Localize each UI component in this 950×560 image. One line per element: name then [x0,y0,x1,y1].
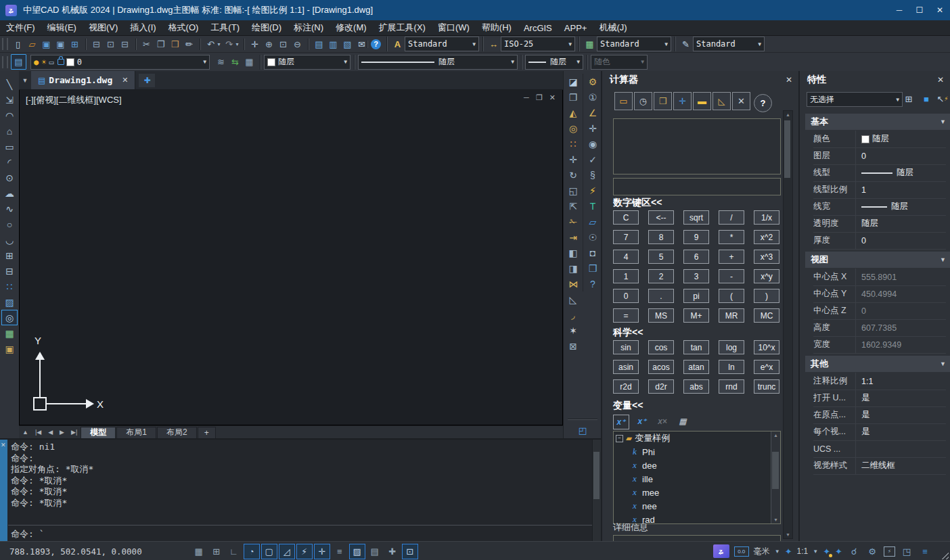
plot-icon[interactable]: ⊟ [118,37,132,51]
property-row[interactable]: 打开 U... 是 [813,390,946,407]
calc-key-button[interactable]: 9 [683,230,709,244]
model-canvas[interactable]: [-][俯视][二维线框][WCS] ─ ❐ ✕ Y X [19,90,563,425]
variable-item[interactable]: x dee [614,459,780,472]
bring-to-front-icon[interactable]: ◰ [576,423,590,438]
balloon-icon[interactable]: ☉ [585,229,601,245]
property-row[interactable]: UCS ... [813,440,946,458]
annotation-autoscale-icon[interactable]: ✦ [835,546,842,557]
extend-icon[interactable]: ⇥ [565,229,581,245]
property-row[interactable]: 中心点 Y 450.4994 [813,285,946,303]
calc-key-button[interactable]: x^y [754,269,779,283]
fullscreen-icon[interactable]: ◳ [900,544,913,558]
dim-style-combo[interactable]: ISO-25▼ [501,37,575,51]
layer-states-icon[interactable]: ⇆ [228,55,242,69]
property-row[interactable]: 高度 607.7385 [813,319,946,337]
tab-list-dropdown-icon[interactable]: ▼ [19,77,31,84]
array-icon[interactable]: ∷ [565,136,581,151]
property-row[interactable]: 注释比例 1:1 [813,373,946,390]
science-key-button[interactable]: d2r [648,379,674,394]
scrollbar-thumb[interactable] [593,452,600,499]
annotation-scale-icon[interactable]: ✦ [785,546,792,557]
insert-block-icon[interactable]: ⊞ [1,248,18,263]
new-variable-icon[interactable]: x⁺ [613,415,629,429]
calculator-scrollbar[interactable]: ▴ ▾ [783,110,793,539]
annotation-scale-value[interactable]: 1:1 [797,546,809,556]
calc-key-button[interactable]: . [648,289,674,303]
tab-close-icon[interactable]: ✕ [122,76,128,85]
scroll-down-icon[interactable]: ▾ [771,517,780,523]
toggle-pickadd-icon[interactable]: ■ [919,91,934,106]
science-section-label[interactable]: 科学<< [613,327,643,339]
paste-icon[interactable]: ❒ [168,37,182,51]
annotation-monitor-icon[interactable]: ⊡ [402,544,418,559]
table-icon[interactable]: ▦ [1,325,18,341]
annotation-visibility-icon[interactable]: ✦ [823,546,830,557]
layout-nav-icon[interactable]: |◀ [32,429,45,436]
command-close-icon[interactable]: ✕ [1,442,6,448]
selection-cycling-icon[interactable]: ☌ [847,544,861,558]
snap-icon[interactable]: ⊞ [208,544,225,559]
weld-symbol-icon[interactable]: ⚡ [585,183,601,198]
calc-key-button[interactable]: - [719,269,744,283]
toolpalettes-icon[interactable]: ▧ [340,37,355,51]
settings-gear-icon[interactable]: ⚙ [865,544,879,558]
doc-restore-icon[interactable]: ❐ [536,93,543,102]
property-row[interactable]: 颜色 随层 [813,131,946,148]
table-style-combo[interactable]: Standard▼ [597,37,671,51]
property-row[interactable]: 厚度 0 [813,232,946,250]
save-as-icon[interactable]: ▣ [53,37,68,51]
select-objects-icon[interactable]: ↖⚡ [935,91,950,106]
chamfer-icon[interactable]: ◺ [565,291,581,307]
scroll-down-icon[interactable]: ▾ [784,532,792,538]
mleader-style-combo[interactable]: Standard▼ [693,37,765,51]
new-file-icon[interactable]: ▯ [11,37,25,51]
menu-item[interactable]: 帮助(H) [476,20,518,35]
scroll-up-icon[interactable]: ▴ [784,112,792,118]
customize-icon[interactable]: ≡ [918,544,932,558]
close-button[interactable]: ✕ [930,0,950,20]
dynamic-input-icon[interactable]: ✛ [314,544,330,559]
coordinates-readout[interactable]: 788.1893, 502.0541, 0.0000 [9,546,142,557]
doc-minimize-icon[interactable]: ─ [524,93,529,102]
make-block-icon[interactable]: ⊟ [1,263,18,279]
circle-icon[interactable]: ⊙ [1,170,18,185]
mech-standard-icon[interactable]: ⚙ [585,74,601,89]
ellipse-icon[interactable]: ○ [1,216,18,232]
linetype-combo[interactable]: 随层 ▼ [358,55,518,70]
property-row[interactable]: 线宽 随层 [813,198,946,216]
layer-properties-icon[interactable]: ▤ [11,54,26,70]
layout-tab[interactable]: + [198,427,216,438]
format-painter-icon[interactable]: ✏ [182,37,196,51]
section-header-basic[interactable]: 基本▼ [805,114,950,130]
parts-library-icon[interactable]: ▱ [585,214,601,229]
mech-text-icon[interactable]: T [585,198,601,214]
units-label[interactable]: 毫米 [754,546,770,557]
menu-item[interactable]: 机械(J) [593,20,633,35]
layout-nav-icon[interactable]: ◀ [45,429,56,436]
calc-key-button[interactable]: = [613,308,639,323]
surface-finish-icon[interactable]: ✓ [585,151,601,167]
layer-freeze-icon[interactable]: ☀ [41,57,46,67]
menu-item[interactable]: 格式(O) [162,20,205,35]
bolt-icon[interactable]: ◘ [585,245,601,260]
command-window-grip[interactable] [0,440,7,542]
calc-key-button[interactable]: ( [719,289,744,303]
minimize-button[interactable]: ─ [889,0,909,20]
calc-help-icon[interactable]: ? [754,94,772,112]
property-row[interactable]: 图层 0 [813,147,946,165]
variable-item[interactable]: x ille [614,472,780,486]
donut-icon[interactable]: ◎ [1,310,18,325]
color-combo[interactable]: 随层 ▼ [264,55,350,70]
menu-item[interactable]: 文件(F) [0,20,41,35]
arc-icon[interactable]: ◜ [1,154,18,170]
calc-key-button[interactable]: ) [754,289,779,303]
menu-item[interactable]: 编辑(E) [41,20,83,35]
copy-object-icon[interactable]: ❐ [565,89,581,105]
maximize-button[interactable]: ☐ [909,0,930,20]
science-key-button[interactable]: atan [683,360,709,374]
variable-item[interactable]: x mee [614,486,780,499]
science-key-button[interactable]: trunc [754,379,779,394]
calc-key-button[interactable]: + [719,250,744,264]
scale-icon[interactable]: ◱ [565,183,581,198]
zoom-window-icon[interactable]: ⊡ [276,37,290,51]
